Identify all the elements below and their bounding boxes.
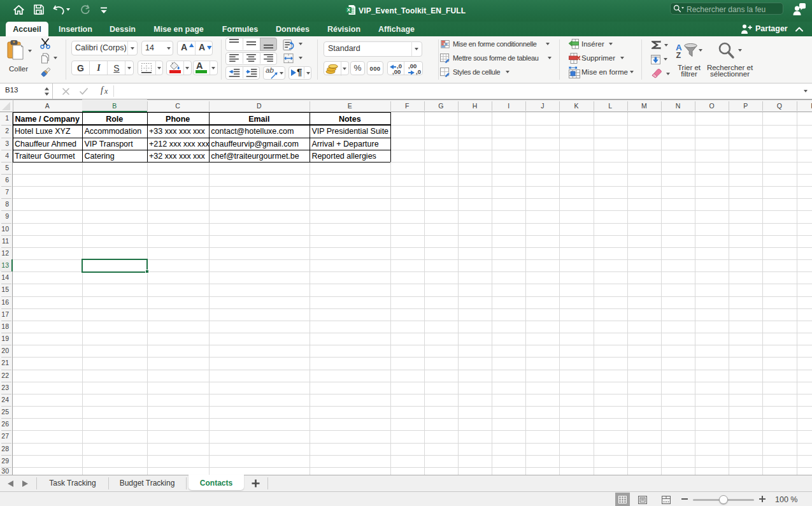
svg-text:Z: Z <box>676 51 681 59</box>
svg-text:X: X <box>347 7 351 13</box>
